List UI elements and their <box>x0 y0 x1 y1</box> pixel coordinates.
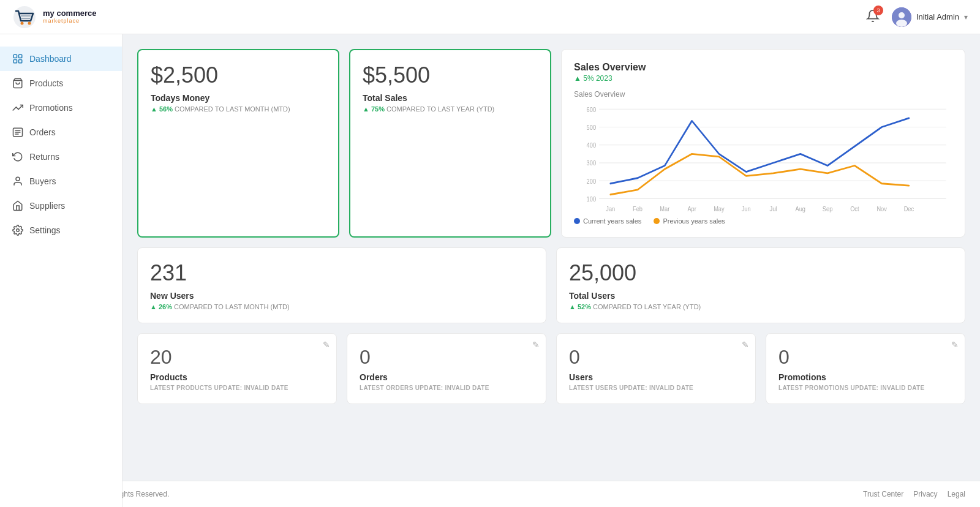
stat-promotions-card: ✎ 0 Promotions LATEST PROMOTIONS UPDATE:… <box>766 333 965 404</box>
todays-money-pct: ▲ 56% <box>151 105 173 113</box>
notification-badge: 3 <box>873 6 883 15</box>
total-sales-sub: ▲ 75% COMPARED TO LAST YEAR (YTD) <box>363 105 538 113</box>
sidebar-item-returns[interactable]: Returns <box>0 145 122 169</box>
svg-text:Jul: Jul <box>770 205 777 212</box>
svg-text:500: 500 <box>587 124 597 131</box>
sales-overview-card: Sales Overview ▲ 5% 2023 Sales Overview … <box>561 49 965 238</box>
stat-users-value: 0 <box>569 346 743 369</box>
new-users-sub-text: COMPARED TO LAST MONTH (MTD) <box>174 303 290 310</box>
sidebar-item-dashboard[interactable]: Dashboard <box>0 47 122 71</box>
sidebar-label-settings: Settings <box>29 225 61 235</box>
stat-products-edit-button[interactable]: ✎ <box>323 340 330 350</box>
user-area[interactable]: Initial Admin ▾ <box>892 7 968 27</box>
stat-products-sub: LATEST PRODUCTS UPDATE: INVALID DATE <box>150 385 324 391</box>
total-sales-label: Total Sales <box>363 93 538 103</box>
sidebar-item-products[interactable]: Products <box>0 71 122 96</box>
sales-chart-container: 600 500 400 300 200 100 Jan Feb Mar Apr … <box>574 102 952 212</box>
footer-privacy-link[interactable]: Privacy <box>913 490 937 498</box>
sidebar-label-dashboard: Dashboard <box>29 54 72 64</box>
dashboard-icon <box>12 53 23 64</box>
svg-text:400: 400 <box>587 142 597 149</box>
legend-previous-label: Previous years sales <box>663 217 725 225</box>
layout: Dashboard Products Promotions Orders <box>0 0 980 481</box>
svg-text:200: 200 <box>587 178 597 184</box>
orders-icon <box>12 127 23 138</box>
promotions-icon <box>12 102 23 113</box>
svg-rect-12 <box>19 60 22 63</box>
stat-orders-sub-prefix: LATEST ORDERS UPDATE: <box>360 385 445 391</box>
logo-sub-text: marketplace <box>43 18 96 24</box>
total-users-sub-text: COMPARED TO LAST YEAR (YTD) <box>593 303 701 310</box>
stat-users-label: Users <box>569 372 743 382</box>
svg-text:Dec: Dec <box>904 205 914 212</box>
sidebar: Dashboard Products Promotions Orders <box>0 34 123 507</box>
user-name: Initial Admin <box>916 12 959 21</box>
sidebar-label-promotions: Promotions <box>29 103 73 113</box>
svg-text:Aug: Aug <box>796 205 805 212</box>
stat-orders-edit-button[interactable]: ✎ <box>532 340 540 350</box>
stat-promotions-sub-value: INVALID DATE <box>880 385 924 391</box>
stat-products-card: ✎ 20 Products LATEST PRODUCTS UPDATE: IN… <box>137 333 337 404</box>
logo-text: my commerce marketplace <box>43 9 96 24</box>
stat-orders-sub: LATEST ORDERS UPDATE: INVALID DATE <box>360 385 533 391</box>
svg-text:Sep: Sep <box>823 205 832 212</box>
stat-promotions-label: Promotions <box>778 372 952 382</box>
svg-rect-9 <box>13 54 17 58</box>
cards-mid-row: 231 New Users ▲ 26% COMPARED TO LAST MON… <box>137 247 965 323</box>
svg-point-8 <box>896 20 907 27</box>
avatar <box>892 7 911 27</box>
stat-promotions-value: 0 <box>778 346 952 369</box>
stat-orders-label: Orders <box>360 372 533 382</box>
stat-users-edit-button[interactable]: ✎ <box>742 340 749 350</box>
total-sales-sub-text: COMPARED TO LAST YEAR (YTD) <box>386 105 494 113</box>
footer-links: Trust Center Privacy Legal <box>863 490 965 498</box>
logo-main-text: my commerce <box>43 9 96 18</box>
footer-trust-center-link[interactable]: Trust Center <box>863 490 903 498</box>
total-users-value: 25,000 <box>569 260 952 286</box>
stat-orders-card: ✎ 0 Orders LATEST ORDERS UPDATE: INVALID… <box>347 333 546 404</box>
sales-chart-label: Sales Overview <box>574 90 952 99</box>
stat-users-card: ✎ 0 Users LATEST USERS UPDATE: INVALID D… <box>556 333 756 404</box>
stat-promotions-edit-button[interactable]: ✎ <box>951 340 959 350</box>
cards-top-row: $2,500 Todays Money ▲ 56% COMPARED TO LA… <box>137 49 965 238</box>
stat-products-label: Products <box>150 372 324 382</box>
svg-point-3 <box>28 21 31 24</box>
todays-money-card: $2,500 Todays Money ▲ 56% COMPARED TO LA… <box>137 49 339 238</box>
stat-products-value: 20 <box>150 346 324 369</box>
sidebar-label-products: Products <box>29 78 63 88</box>
user-chevron-icon: ▾ <box>964 13 968 21</box>
sidebar-label-suppliers: Suppliers <box>29 201 65 211</box>
buyers-icon <box>12 176 23 187</box>
sidebar-label-orders: Orders <box>29 127 56 137</box>
svg-text:300: 300 <box>587 160 597 167</box>
legend-current: Current years sales <box>574 217 641 225</box>
sales-chart-svg: 600 500 400 300 200 100 Jan Feb Mar Apr … <box>574 102 952 212</box>
notification-button[interactable]: 3 <box>864 7 882 27</box>
total-sales-pct: ▲ 75% <box>363 105 385 113</box>
new-users-pct: ▲ 26% <box>150 303 172 310</box>
footer-legal-link[interactable]: Legal <box>948 490 965 498</box>
legend-previous-dot <box>654 218 660 224</box>
stat-promotions-sub: LATEST PROMOTIONS UPDATE: INVALID DATE <box>778 385 952 391</box>
sidebar-item-buyers[interactable]: Buyers <box>0 169 122 193</box>
header: my commerce marketplace 3 Initial Admin … <box>0 0 980 34</box>
new-users-card: 231 New Users ▲ 26% COMPARED TO LAST MON… <box>137 247 546 323</box>
total-users-sub: ▲ 52% COMPARED TO LAST YEAR (YTD) <box>569 303 952 310</box>
svg-text:Nov: Nov <box>876 205 887 212</box>
svg-text:May: May <box>714 205 725 212</box>
sidebar-item-promotions[interactable]: Promotions <box>0 96 122 120</box>
sidebar-item-settings[interactable]: Settings <box>0 218 122 242</box>
returns-icon <box>12 151 23 162</box>
sidebar-item-suppliers[interactable]: Suppliers <box>0 193 122 218</box>
chart-legend: Current years sales Previous years sales <box>574 217 952 225</box>
legend-previous: Previous years sales <box>654 217 725 225</box>
stat-users-sub-prefix: LATEST USERS UPDATE: <box>569 385 649 391</box>
stat-orders-sub-value: INVALID DATE <box>445 385 489 391</box>
sidebar-item-orders[interactable]: Orders <box>0 120 122 145</box>
svg-text:Jun: Jun <box>742 205 751 212</box>
cards-bottom-row: ✎ 20 Products LATEST PRODUCTS UPDATE: IN… <box>137 333 965 404</box>
stat-users-sub-value: INVALID DATE <box>649 385 693 391</box>
sidebar-label-buyers: Buyers <box>29 176 56 186</box>
svg-point-7 <box>899 12 905 18</box>
settings-icon <box>12 225 23 236</box>
